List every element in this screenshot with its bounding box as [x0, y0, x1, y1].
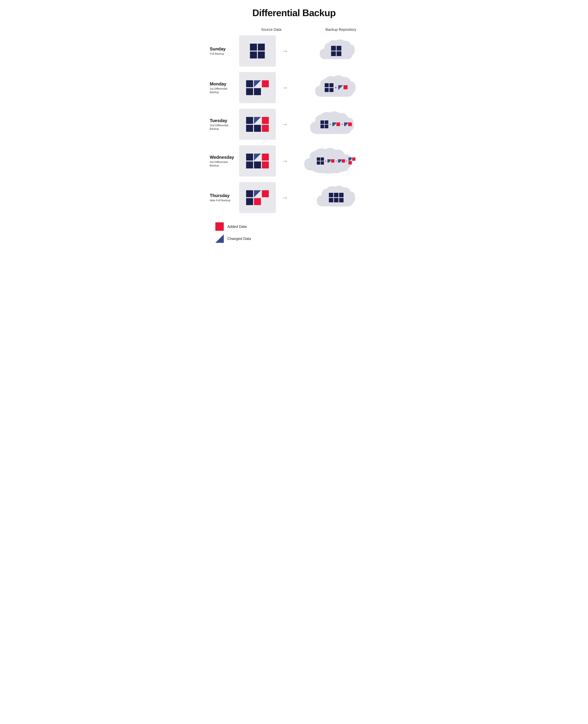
- added-cell: [262, 161, 269, 168]
- added-repo-cell: [352, 158, 355, 161]
- plus-icon-2: +: [335, 160, 337, 162]
- changed-repo-cell: [338, 159, 341, 163]
- grid-cell: [246, 125, 253, 132]
- tuesday-label: Tuesday 2nd DifferentialBackup: [210, 118, 239, 131]
- changed-repo-cell: [338, 85, 343, 90]
- arrow-sunday: →: [276, 47, 294, 55]
- grid-cell: [246, 161, 253, 168]
- changed-cell: [254, 117, 261, 124]
- repo-cell: [334, 193, 338, 197]
- sunday-cloud: [294, 37, 378, 65]
- grid-cell: [246, 190, 253, 197]
- repo-cell: [321, 158, 324, 161]
- added-repo-cell: [331, 159, 334, 163]
- wednesday-cloud: + + +: [294, 146, 378, 176]
- grid-cell: [254, 88, 261, 95]
- empty-cell: [262, 88, 269, 95]
- added-cell: [262, 117, 269, 124]
- repo-cell: [320, 125, 324, 128]
- added-cell: [254, 198, 261, 205]
- wednesday-source: [239, 145, 276, 177]
- plus-icon: +: [325, 160, 327, 162]
- arrow-wednesday: →: [276, 157, 294, 165]
- plus-icon: +: [330, 123, 331, 126]
- page-title: Differential Backup: [210, 7, 378, 18]
- wednesday-sub: 3rd DifferentialBackup: [210, 160, 239, 167]
- repo-cell: [321, 161, 324, 165]
- added-cell: [262, 190, 269, 197]
- changed-repo-cell: [332, 122, 336, 126]
- monday-cloud: +: [294, 73, 378, 102]
- repo-cell: [325, 125, 328, 128]
- sunday-source: [239, 35, 276, 66]
- legend: Added Data Changed Data: [210, 222, 378, 243]
- plus-icon-2: +: [341, 123, 343, 126]
- repo-cell: [317, 158, 320, 161]
- repo-cell: [337, 51, 341, 56]
- tuesday-source: [239, 109, 276, 140]
- thursday-source: [239, 182, 276, 213]
- thursday-label: Thursday New Full Backup: [210, 193, 239, 202]
- repo-cell: [337, 46, 341, 51]
- repo-cell: [330, 88, 334, 92]
- repo-cell: [339, 198, 343, 202]
- changed-cell: [254, 154, 261, 161]
- grid-cell: [254, 161, 261, 168]
- source-column-header: Source Data: [261, 27, 281, 32]
- repo-cell: [330, 83, 334, 87]
- plus-icon-3: +: [346, 160, 348, 162]
- added-cell: [262, 154, 269, 161]
- repo-column-header: Backup Repository: [326, 27, 356, 32]
- added-data-label: Added Data: [227, 224, 247, 229]
- changed-repo-cell: [328, 159, 331, 163]
- thursday-row: Thursday New Full Backup →: [210, 182, 378, 213]
- empty-cell: [262, 198, 269, 205]
- arrow-thursday: →: [276, 194, 294, 201]
- repo-cell: [320, 120, 324, 124]
- repo-cell: [339, 193, 343, 197]
- repo-cell: [317, 161, 320, 165]
- grid-cell: [246, 88, 253, 95]
- wednesday-day: Wednesday: [210, 155, 239, 160]
- thursday-day: Thursday: [210, 193, 239, 198]
- repo-cell: [325, 88, 329, 92]
- tuesday-sub: 2nd DifferentialBackup: [210, 123, 239, 131]
- arrow-monday: →: [276, 84, 294, 92]
- sunday-sub: Full Backup: [210, 52, 239, 56]
- added-data-icon: [215, 222, 224, 231]
- grid-cell: [254, 125, 261, 132]
- legend-added: Added Data: [215, 222, 378, 231]
- sunday-label: Sunday Full Backup: [210, 46, 239, 56]
- monday-row: Monday 1st DifferentialBackup →: [210, 72, 378, 103]
- sunday-day: Sunday: [210, 46, 239, 52]
- repo-cell: [329, 193, 333, 197]
- grid-cell: [250, 44, 257, 51]
- added-cell: [262, 80, 269, 87]
- added-repo-cell: [342, 159, 345, 163]
- monday-day: Monday: [210, 81, 239, 86]
- added-cell: [262, 125, 269, 132]
- grid-cell: [246, 117, 253, 124]
- added-repo-cell: [348, 122, 352, 126]
- changed-cell: [254, 190, 261, 197]
- repo-cell: [334, 198, 338, 202]
- repo-cell: [331, 51, 336, 56]
- added-repo-cell: [349, 161, 352, 164]
- changed-data-label: Changed Data: [227, 237, 251, 241]
- thursday-sub: New Full Backup: [210, 199, 239, 202]
- grid-cell: [246, 198, 253, 205]
- backup-rows: Sunday Full Backup →: [210, 35, 378, 213]
- repo-cell: [325, 83, 329, 87]
- added-repo-cell: [336, 122, 340, 126]
- grid-cell: [246, 154, 253, 161]
- grid-cell: [246, 80, 253, 87]
- legend-changed: Changed Data: [215, 235, 378, 243]
- wednesday-label: Wednesday 3rd DifferentialBackup: [210, 155, 239, 167]
- grid-cell: [258, 44, 265, 51]
- changed-repo-cell: [344, 122, 348, 126]
- tuesday-day: Tuesday: [210, 118, 239, 123]
- repo-cell: [325, 120, 328, 124]
- sunday-row: Sunday Full Backup →: [210, 35, 378, 66]
- arrow-tuesday: →: [276, 120, 294, 128]
- changed-repo-cell: [349, 158, 352, 161]
